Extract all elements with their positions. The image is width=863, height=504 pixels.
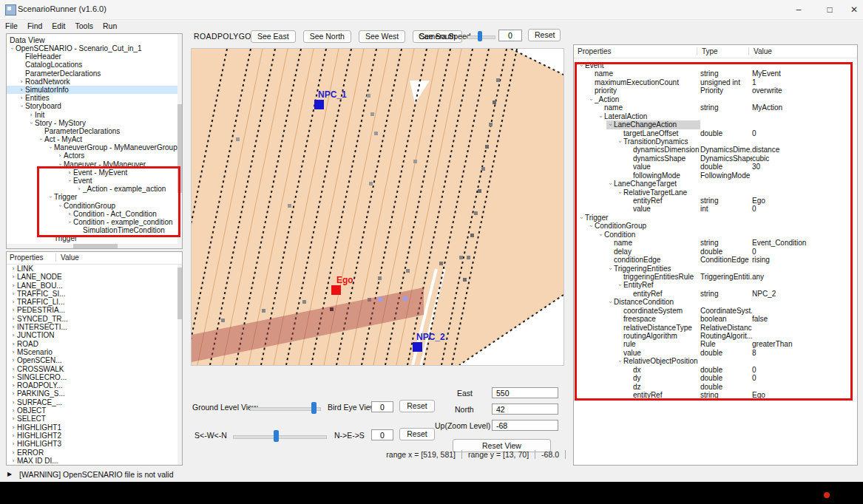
property-value-cell[interactable] [752,188,857,197]
ground-level-handle[interactable] [311,402,317,414]
maximize-button[interactable]: □ [817,0,842,19]
property-value-cell[interactable] [752,332,857,340]
property-value-cell[interactable] [752,357,857,365]
property-row[interactable]: priorityPriorityoverwrite [574,86,857,95]
menu-item-tools[interactable]: Tools [75,21,93,30]
ego-marker[interactable] [331,285,341,295]
tree-item[interactable]: ›ConditionGroup [7,202,177,210]
property-value-cell[interactable] [752,112,857,120]
property-row[interactable]: entityRefstringEgo [574,197,857,205]
property-value-cell[interactable] [752,171,857,180]
property-value-cell[interactable] [752,265,857,273]
property-row[interactable]: triggeringEntitiesRuleTriggeringEntiti..… [574,273,857,281]
property-row[interactable]: freespacebooleanfalse [574,315,857,323]
tree-item[interactable]: ›Condition - example_condition [7,218,177,226]
tree-item[interactable]: ›_Action - example_action [7,185,177,193]
property-row[interactable]: ›TriggeringEntities [574,265,857,273]
tree-item[interactable]: ›Event - MyEvent [7,168,177,177]
camera-speed-handle[interactable] [478,31,482,41]
property-row[interactable]: valuedouble30 [574,163,857,171]
chevron-right-icon[interactable]: › [27,111,35,119]
chevron-right-icon[interactable]: › [10,323,17,331]
chevron-down-icon[interactable]: › [616,282,624,289]
tree-item[interactable]: ›SimulatorInfo [7,86,177,94]
tree-item[interactable]: ParameterDeclarations [7,69,177,78]
tree-item[interactable]: FileHeader [7,52,177,61]
property-value-cell[interactable] [752,298,857,306]
layer-list-item[interactable]: ›TRAFFIC_SI... [7,290,177,298]
layer-list-item[interactable]: ›ERROR [7,449,177,457]
layer-list-item[interactable]: ›PARKING_S... [7,389,177,398]
layer-list-item[interactable]: ›TRAFFIC_LI... [7,298,177,306]
camera-speed-input[interactable] [498,30,522,41]
north-input[interactable] [492,403,558,415]
chevron-right-icon[interactable]: › [18,86,25,94]
property-row[interactable]: coordinateSystemCoordinateSyst... [574,307,857,315]
chevron-right-icon[interactable]: › [18,94,25,102]
menu-item-run[interactable]: Run [103,21,117,30]
property-value-cell[interactable]: distance [752,146,857,154]
layer-list-item[interactable]: ›MScenario [7,348,177,356]
chevron-right-icon[interactable]: › [10,331,17,339]
layer-list-item[interactable]: ›HIGHLIGHT3 [7,440,177,448]
chevron-down-icon[interactable]: › [27,119,35,126]
property-value-cell[interactable]: rising [752,256,857,264]
property-row[interactable]: ›LaneChangeTarget [574,180,857,188]
property-value-cell[interactable] [752,231,857,239]
property-row[interactable]: dzdouble [574,383,857,391]
tree-item[interactable]: ›Trigger [7,193,177,201]
layer-list-item[interactable]: ›SYNCED_TR... [7,315,177,323]
layer-list-item[interactable]: ›OpenSCEN... [7,356,177,364]
chevron-right-icon[interactable]: › [75,185,83,193]
chevron-down-icon[interactable]: › [65,177,73,185]
property-row[interactable]: entityRefstringEgo [574,391,857,399]
layer-list-item[interactable]: ›CROSSWALK [7,365,177,373]
chevron-right-icon[interactable]: › [10,415,17,423]
menu-item-find[interactable]: Find [27,21,42,30]
tree-item[interactable]: ›Init [7,111,177,119]
chevron-right-icon[interactable]: › [56,151,64,160]
property-value-cell[interactable] [752,307,857,315]
property-value-cell[interactable]: Ego [752,391,857,399]
npc2-marker[interactable] [413,342,422,352]
chevron-right-icon[interactable]: › [10,389,17,398]
chevron-right-icon[interactable]: › [10,440,17,448]
property-value-cell[interactable] [752,383,857,391]
tree-item[interactable]: ›Act - MyAct [7,135,177,143]
property-row[interactable]: relativeDistanceTypeRelativeDistanc... [574,324,857,332]
property-value-cell[interactable] [752,281,857,289]
property-value-cell[interactable] [752,180,857,188]
tree-item[interactable]: ›Maneuver - MyManeuver [7,160,177,168]
chevron-right-icon[interactable]: › [10,282,17,290]
tree-item[interactable]: ›Actors [7,151,177,160]
property-row[interactable]: ruleRulegreaterThan [574,340,857,348]
chevron-down-icon[interactable]: › [7,45,16,52]
property-row[interactable]: ›Event [574,61,857,69]
chevron-down-icon[interactable]: › [587,222,595,230]
chevron-down-icon[interactable]: › [36,136,44,143]
property-value-cell[interactable]: any [752,273,857,281]
property-row[interactable]: delaydouble0 [574,248,857,256]
up-zoom-input[interactable] [492,420,558,431]
property-row[interactable]: ›LateralAction [574,112,857,120]
rotation-reset-button[interactable]: Reset [399,428,435,440]
property-value-cell[interactable]: MyAction [752,103,857,112]
tree-item[interactable]: ›RoadNetwork [7,78,177,86]
property-value-cell[interactable]: Event_Condition [752,239,857,247]
chevron-right-icon[interactable]: › [10,306,17,314]
layer-list-item[interactable]: ›ROAD [7,340,177,348]
chevron-down-icon[interactable]: › [606,299,615,306]
chevron-down-icon[interactable]: › [55,160,64,168]
chevron-down-icon[interactable]: › [587,96,595,103]
property-value-cell[interactable]: MyEvent [752,69,857,78]
property-row[interactable]: namestringMyAction [574,103,857,112]
chevron-right-icon[interactable]: › [10,340,17,348]
chevron-right-icon[interactable]: › [10,457,17,465]
chevron-right-icon[interactable]: › [10,365,17,373]
property-row[interactable]: ›LaneChangeAction [574,120,857,129]
tree-item[interactable]: Trigger [7,234,177,242]
npc1-marker[interactable] [314,100,324,109]
property-value-cell[interactable] [752,95,857,103]
property-row[interactable]: valuedouble8 [574,349,857,357]
tree-horizontal-scrollbar[interactable] [7,244,177,248]
